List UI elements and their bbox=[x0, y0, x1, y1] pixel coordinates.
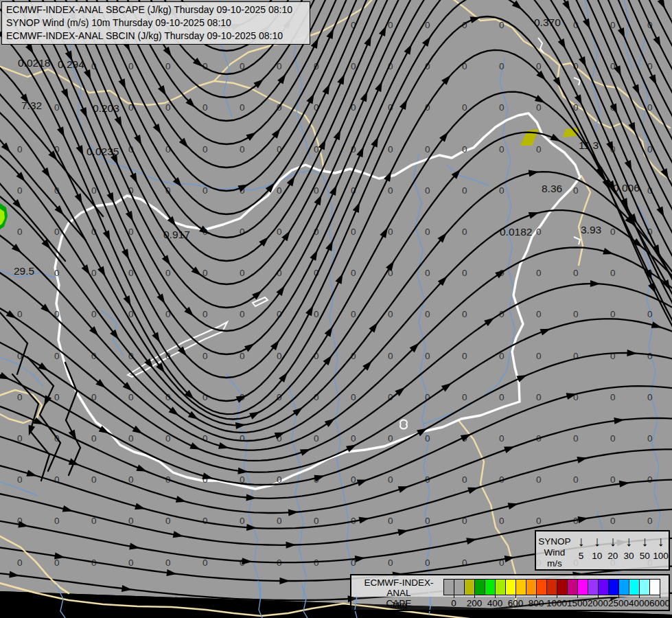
station-zero: 0 bbox=[536, 516, 542, 526]
station-zero: 0 bbox=[425, 185, 430, 196]
weather-map-app: 0000000000000000000000000000000000000000… bbox=[0, 0, 672, 618]
station-zero: 0 bbox=[573, 474, 579, 485]
wind-legend-param: Wind bbox=[536, 547, 573, 558]
station-zero: 0 bbox=[425, 433, 430, 444]
wind-legend-source: SYNOP bbox=[536, 536, 573, 547]
cape-tick-label: 1500 bbox=[567, 598, 588, 608]
station-zero: 0 bbox=[610, 309, 616, 319]
station-zero: 0 bbox=[647, 351, 653, 361]
station-zero: 0 bbox=[128, 61, 134, 71]
station-zero: 0 bbox=[165, 61, 171, 71]
wind-legend-units: m/s bbox=[536, 558, 573, 569]
cape-tick-label: 4000 bbox=[629, 598, 649, 608]
station-zero: 0 bbox=[202, 351, 208, 361]
station-zero: 0 bbox=[351, 268, 356, 278]
station-zero: 0 bbox=[91, 433, 97, 444]
cape-colorbar-cell bbox=[454, 580, 465, 595]
station-zero: 0 bbox=[425, 351, 430, 361]
station-zero: 0 bbox=[462, 392, 467, 402]
wind-arrow-icon: ↓ bbox=[653, 534, 669, 549]
wind-arrow-icon: ↓ bbox=[605, 534, 621, 549]
station-zero: 0 bbox=[91, 268, 97, 278]
station-zero: 0 bbox=[462, 227, 467, 237]
station-zero: 0 bbox=[277, 227, 282, 237]
cape-colorbar-cell bbox=[609, 580, 619, 595]
station-zero: 0 bbox=[610, 227, 616, 237]
station-zero: 0 bbox=[314, 144, 319, 154]
station-zero: 0 bbox=[499, 102, 505, 113]
station-zero: 0 bbox=[240, 144, 245, 154]
station-zero: 0 bbox=[240, 516, 245, 526]
cape-colorbar-cell bbox=[557, 580, 568, 595]
station-zero: 0 bbox=[610, 433, 616, 444]
station-zero: 0 bbox=[536, 392, 542, 402]
cape-colorbar-cell bbox=[444, 580, 454, 595]
station-zero: 0 bbox=[54, 268, 60, 278]
station-zero: 0 bbox=[351, 61, 356, 71]
station-zero: 0 bbox=[573, 309, 579, 319]
station-zero: 0 bbox=[647, 516, 653, 526]
station-zero: 0 bbox=[17, 392, 23, 402]
station-zero: 0 bbox=[17, 309, 23, 319]
station-zero: 0 bbox=[499, 392, 505, 402]
station-value: 3.93 bbox=[581, 224, 601, 236]
station-zero: 0 bbox=[536, 268, 542, 278]
station-zero: 0 bbox=[425, 227, 430, 237]
station-zero: 0 bbox=[91, 309, 97, 319]
map-canvas: 0000000000000000000000000000000000000000… bbox=[0, 0, 672, 618]
cape-colorbar-cell bbox=[650, 580, 660, 595]
station-zero: 0 bbox=[536, 227, 542, 237]
station-zero: 0 bbox=[54, 351, 60, 361]
wind-legend-title: SYNOP Wind m/s bbox=[536, 531, 573, 569]
wind-speed-item: ↓50 bbox=[637, 534, 653, 561]
station-zero: 0 bbox=[462, 185, 467, 196]
cape-colorbar-cell bbox=[568, 580, 578, 595]
station-zero: 0 bbox=[573, 185, 579, 196]
station-zero: 0 bbox=[202, 185, 208, 196]
station-zero: 0 bbox=[54, 102, 60, 113]
station-zero: 0 bbox=[351, 309, 356, 319]
station-value: 8.36 bbox=[542, 183, 562, 194]
cape-tick-label: 600 bbox=[508, 598, 524, 608]
station-zero: 0 bbox=[314, 516, 319, 526]
station-zero: 0 bbox=[462, 268, 467, 278]
station-zero: 0 bbox=[647, 392, 653, 402]
cape-colorbar-cell bbox=[599, 580, 609, 595]
station-zero: 0 bbox=[425, 516, 430, 526]
wind-speed-label: 50 bbox=[637, 551, 653, 561]
station-zero: 0 bbox=[128, 558, 134, 568]
station-zero: 0 bbox=[388, 144, 393, 154]
wind-speed-item: ↓30 bbox=[621, 534, 636, 561]
station-value: 0.0218 bbox=[18, 57, 50, 69]
station-zero: 0 bbox=[536, 474, 542, 485]
station-value: 29.5 bbox=[14, 265, 34, 277]
cape-tick-label: 2000 bbox=[588, 598, 608, 608]
station-zero: 0 bbox=[462, 351, 467, 361]
station-zero: 0 bbox=[165, 268, 171, 278]
station-zero: 0 bbox=[314, 433, 319, 444]
cape-colorbar-cell bbox=[619, 580, 629, 595]
station-zero: 0 bbox=[388, 433, 393, 444]
wind-speed-label: 30 bbox=[621, 551, 636, 561]
station-zero: 0 bbox=[128, 268, 134, 278]
station-zero: 0 bbox=[610, 392, 616, 402]
station-zero: 0 bbox=[647, 102, 653, 113]
station-zero: 0 bbox=[647, 474, 653, 485]
wind-speed-label: 10 bbox=[589, 551, 605, 561]
station-zero: 0 bbox=[240, 309, 245, 319]
cape-tick-label: 400 bbox=[487, 598, 503, 608]
cape-tick-label: 6000 bbox=[649, 598, 670, 608]
station-zero: 0 bbox=[202, 516, 208, 526]
station-zero: 0 bbox=[536, 144, 542, 154]
station-zero: 0 bbox=[610, 516, 616, 526]
cape-colorbar-cell bbox=[547, 580, 557, 595]
station-zero: 0 bbox=[647, 309, 653, 319]
title-block: ECMWF-INDEX-ANAL SBCAPE (J/kg) Thursday … bbox=[1, 1, 310, 45]
cape-legend: ECMWF-INDEX-ANAL CAPE J/kg 0200400600800… bbox=[350, 574, 670, 611]
station-zero: 0 bbox=[17, 474, 23, 485]
station-zero: 0 bbox=[610, 351, 616, 361]
station-zero: 0 bbox=[240, 102, 245, 113]
cape-colorbar-cell bbox=[516, 580, 526, 595]
station-zero: 0 bbox=[314, 309, 319, 319]
cape-tick-label: 800 bbox=[529, 598, 544, 608]
